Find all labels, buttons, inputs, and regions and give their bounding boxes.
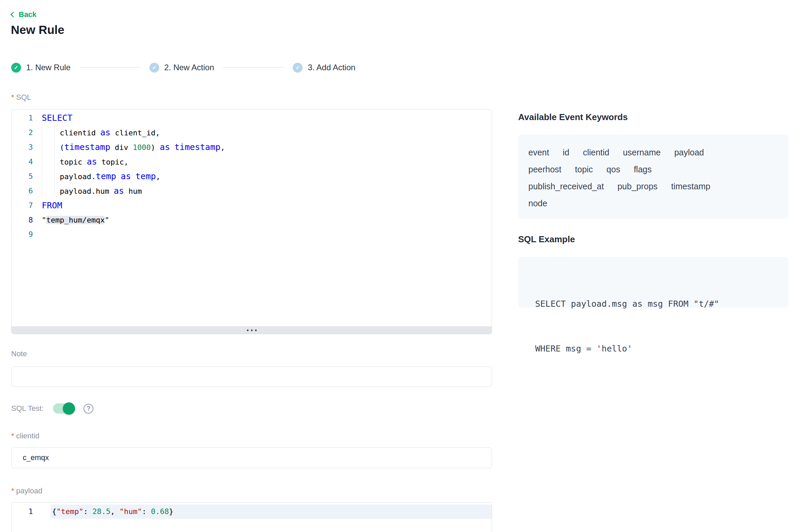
step-new-rule[interactable]: ✓ 1. New Rule xyxy=(11,63,71,73)
check-circle-icon: ✓ xyxy=(293,63,303,73)
clientid-input[interactable] xyxy=(11,447,492,468)
sql-label-text: SQL xyxy=(16,93,31,102)
code-token: temp xyxy=(135,171,156,181)
sql-code-editor[interactable]: 1SELECT2 clientid as client_id,3 (timest… xyxy=(11,109,492,334)
code-token: ( xyxy=(42,143,64,152)
code-token: SELECT xyxy=(42,113,72,123)
code-token: } xyxy=(169,507,173,516)
page-title: New Rule xyxy=(11,23,65,37)
keyword: timestamp xyxy=(671,182,710,191)
line-number: 4 xyxy=(12,155,33,169)
keyword: event xyxy=(528,148,549,157)
keyword: clientid xyxy=(583,148,610,157)
code-line-content: "temp_hum/emqx" xyxy=(33,213,492,227)
code-line: 4 topic as topic, xyxy=(12,155,492,169)
keyword: qos xyxy=(606,165,620,174)
code-token: " xyxy=(42,216,46,224)
code-token: as xyxy=(87,157,97,167)
code-token xyxy=(116,172,121,181)
code-line: 1SELECT xyxy=(12,111,492,126)
code-token: div xyxy=(110,143,133,152)
indent-guide xyxy=(54,125,55,196)
code-token: client_id, xyxy=(110,129,160,137)
code-line-content: payload.temp as temp, xyxy=(33,169,492,184)
keyword-row: node xyxy=(528,198,778,208)
code-token: , xyxy=(220,143,225,152)
code-line-content: {"temp": 28.5, "hum": 0.68} xyxy=(51,505,492,519)
code-token: FROM xyxy=(42,201,62,210)
line-number: 5 xyxy=(12,169,33,184)
code-token: temp_hum/emqx xyxy=(46,216,105,224)
code-token: 1000 xyxy=(133,143,151,152)
sql-example-heading: SQL Example xyxy=(518,234,575,245)
keyword: username xyxy=(623,148,660,157)
line-number: 3 xyxy=(12,140,33,155)
step-label: 3. Add Action xyxy=(308,63,355,72)
required-asterisk: * xyxy=(11,432,14,440)
back-link[interactable]: Back xyxy=(11,10,37,19)
code-token: as xyxy=(160,142,170,152)
code-token: as xyxy=(121,171,131,181)
line-number: 1 xyxy=(12,505,33,519)
code-line: 7FROM xyxy=(12,198,492,213)
code-line-content: FROM xyxy=(33,198,492,213)
payload-code-area[interactable]: 1{"temp": 28.5, "hum": 0.68} xyxy=(12,502,492,532)
code-token: 28.5 xyxy=(92,507,110,516)
step-divider xyxy=(79,67,141,68)
sql-example-line: WHERE msg = 'hello' xyxy=(535,341,782,356)
step-label: 2. New Action xyxy=(164,63,214,72)
code-line-content: payload.hum as hum xyxy=(33,184,492,198)
code-token xyxy=(131,172,135,181)
payload-code-editor[interactable]: 1{"temp": 28.5, "hum": 0.68} xyxy=(11,502,492,532)
check-circle-icon: ✓ xyxy=(11,63,21,73)
code-token xyxy=(170,143,175,152)
sql-example-line: SELECT payload.msg as msg FROM "t/#" xyxy=(535,297,782,311)
help-icon[interactable]: ? xyxy=(84,404,93,414)
keyword: id xyxy=(563,148,569,157)
keyword-row: publish_received_at pub_props timestamp xyxy=(528,182,778,191)
note-input[interactable] xyxy=(11,366,492,387)
code-line: 9 xyxy=(12,227,492,242)
keyword: pub_props xyxy=(617,182,657,191)
line-number: 8 xyxy=(12,213,33,227)
drag-dot-icon xyxy=(255,329,257,331)
line-number: 1 xyxy=(12,111,33,126)
sql-code-area[interactable]: 1SELECT2 clientid as client_id,3 (timest… xyxy=(12,110,492,326)
sql-test-toggle[interactable] xyxy=(53,403,74,414)
check-circle-icon: ✓ xyxy=(149,63,159,73)
code-token: 0.68 xyxy=(151,507,169,516)
clientid-field-label: * clientid xyxy=(11,432,39,440)
keyword: payload xyxy=(674,148,704,157)
drag-dot-icon xyxy=(247,329,249,331)
required-asterisk: * xyxy=(11,487,14,495)
indent-guide xyxy=(42,125,42,196)
keyword: flags xyxy=(634,165,652,174)
code-line: 1{"temp": 28.5, "hum": 0.68} xyxy=(12,505,492,519)
editor-resize-handle[interactable] xyxy=(12,326,492,334)
step-add-action[interactable]: ✓ 3. Add Action xyxy=(293,63,355,73)
code-token: as xyxy=(114,186,124,196)
step-new-action[interactable]: ✓ 2. New Action xyxy=(149,63,214,73)
code-token: as xyxy=(100,128,110,137)
keyword: node xyxy=(528,198,547,208)
code-line: 6 payload.hum as hum xyxy=(12,184,492,198)
code-token: , xyxy=(156,172,160,181)
code-token: hum xyxy=(124,187,142,195)
code-token: : xyxy=(84,507,93,516)
back-label: Back xyxy=(19,10,37,19)
note-label-text: Note xyxy=(11,349,27,358)
sql-example-code: SELECT payload.msg as msg FROM "t/#" WHE… xyxy=(518,257,788,386)
code-line: 3 (timestamp div 1000) as timestamp, xyxy=(12,140,492,155)
code-line: 5 payload.temp as temp, xyxy=(12,169,492,184)
code-line-content: clientid as client_id, xyxy=(33,126,492,140)
code-token: payload.hum xyxy=(42,187,114,195)
code-line-content xyxy=(33,227,492,242)
sql-example-panel: SELECT payload.msg as msg FROM "t/#" WHE… xyxy=(518,257,788,308)
step-divider xyxy=(223,67,284,68)
payload-field-label: * payload xyxy=(11,487,42,495)
code-line-content: SELECT xyxy=(33,111,492,126)
step-label: 1. New Rule xyxy=(26,63,71,72)
code-token: temp xyxy=(96,171,116,181)
event-keywords-panel: event id clientid username payload peerh… xyxy=(518,135,788,219)
keyword: publish_received_at xyxy=(528,182,604,191)
